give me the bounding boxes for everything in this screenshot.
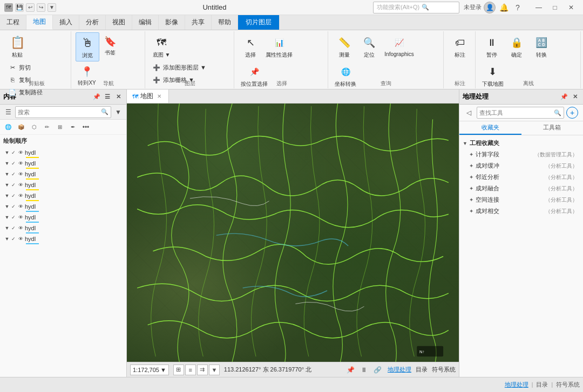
tab-insert[interactable]: 插入 — [53, 15, 79, 30]
layer-icon-6[interactable]: ✒ — [67, 121, 79, 133]
notification-icon[interactable]: 🔔 — [498, 2, 510, 13]
layer-item[interactable]: ▼ ✓ 👁 hydl — [0, 148, 126, 157]
maximize-button[interactable]: □ — [547, 2, 562, 13]
right-search-icon[interactable]: 🔍 — [554, 109, 561, 116]
undo-icon[interactable]: ↩ — [26, 3, 35, 12]
map-canvas[interactable]: N↑ — [127, 104, 459, 362]
layer-item[interactable]: ▼ ✓ 👁 hydl — [0, 159, 126, 168]
nav-btn-dropdown[interactable]: ▼ — [209, 365, 220, 375]
label-button[interactable]: 🏷 标注 — [448, 32, 472, 60]
status-geo-processing[interactable]: 地理处理 — [505, 381, 528, 389]
geo-processing-link[interactable]: 地理处理 — [388, 366, 411, 374]
scale-selector[interactable]: 1:172,705 ▼ — [130, 365, 169, 375]
layer-check-icon[interactable]: ✓ — [11, 182, 16, 188]
layer-item[interactable]: ▼ ✓ 👁 hydl — [0, 191, 126, 200]
layer-check-icon[interactable]: ✓ — [11, 236, 16, 242]
layer-expand-icon[interactable]: ▼ — [4, 150, 10, 155]
nav-btn-2[interactable]: ≡ — [185, 365, 196, 375]
copy-path-button[interactable]: 📄 复制路径 — [5, 86, 45, 98]
minimize-button[interactable]: — — [531, 2, 546, 13]
section-project-favorites[interactable]: ▼ 工程收藏夹 — [462, 137, 581, 149]
help-icon[interactable]: ? — [512, 2, 524, 13]
layer-expand-icon[interactable]: ▼ — [4, 204, 10, 209]
add-favorite-button[interactable]: + — [566, 107, 578, 119]
layer-check-icon[interactable]: ✓ — [11, 193, 16, 198]
tool-item[interactable]: ✦ 成对相交 （分析工具） — [462, 205, 581, 217]
layer-more-button[interactable]: ••• — [80, 121, 92, 133]
map-tab-close-button[interactable]: ✕ — [155, 93, 163, 100]
map-action-pin[interactable]: 📌 — [344, 364, 356, 376]
infographics-button[interactable]: 📈 Infographics — [382, 32, 416, 59]
layer-item[interactable]: ▼ ✓ 👁 hydl — [0, 170, 126, 178]
layer-item[interactable]: ▼ ✓ 👁 hydl — [0, 202, 126, 211]
layer-item[interactable]: ▼ ✓ 👁 hydl — [0, 224, 126, 232]
browse-button[interactable]: 🖱 浏览 — [76, 32, 99, 61]
layer-icon-2[interactable]: 📦 — [15, 121, 27, 133]
nav-btn-1[interactable]: ⊞ — [173, 365, 184, 375]
catalog-link[interactable]: 目录 — [416, 366, 428, 374]
tool-item[interactable]: ✦ 邻近分析 （分析工具） — [462, 171, 581, 183]
layer-expand-icon[interactable]: ▼ — [4, 193, 10, 198]
layer-icon-4[interactable]: ✏ — [41, 121, 53, 133]
layer-item[interactable]: ▼ ✓ 👁 hydl — [0, 213, 126, 222]
bookmark-button[interactable]: 🔖 书签 — [100, 32, 120, 58]
map-tab[interactable]: 🗺 地图 ✕ — [127, 90, 169, 103]
locate-button[interactable]: 🔍 定位 — [357, 32, 381, 60]
layer-expand-icon[interactable]: ▼ — [4, 171, 10, 177]
nav-btn-3[interactable]: ⇉ — [197, 365, 208, 375]
paste-button[interactable]: 📋 粘贴 — [5, 32, 29, 60]
layer-icon-3[interactable]: ⬡ — [28, 121, 40, 133]
back-icon[interactable]: ◁ — [463, 107, 474, 119]
tab-favorites[interactable]: 收藏夹 — [459, 121, 521, 135]
layer-check-icon[interactable]: ✓ — [11, 161, 16, 166]
layer-check-icon[interactable]: ✓ — [11, 225, 16, 231]
tab-map[interactable]: 地图 — [26, 15, 53, 30]
close-button[interactable]: ✕ — [564, 2, 579, 13]
confirm-button[interactable]: 🔒 确定 — [505, 32, 528, 60]
status-catalog[interactable]: 目录 — [536, 381, 548, 389]
layer-expand-icon[interactable]: ▼ — [4, 161, 10, 166]
tab-project[interactable]: 工程 — [0, 15, 26, 30]
pause-button[interactable]: ⏸ 暂停 — [480, 32, 504, 60]
tool-item[interactable]: ✦ 成对缓冲 （分析工具） — [462, 160, 581, 171]
layer-expand-icon[interactable]: ▼ — [4, 215, 10, 220]
global-search[interactable]: 功能搜索(Alt+Q) 🔍 — [373, 2, 459, 13]
tab-edit[interactable]: 编辑 — [132, 15, 159, 30]
select-button[interactable]: ↖ 选择 — [239, 32, 262, 60]
cut-button[interactable]: ✂ 剪切 — [5, 61, 45, 73]
tool-item[interactable]: ✦ 成对融合 （分析工具） — [462, 183, 581, 194]
status-symbol-system[interactable]: 符号系统 — [556, 381, 580, 389]
tab-toolbox[interactable]: 工具箱 — [521, 121, 584, 135]
attr-select-button[interactable]: 📊 属性性选择 — [263, 32, 295, 60]
map-action-pause[interactable]: ⏸ — [358, 364, 370, 376]
layer-item[interactable]: ▼ ✓ 👁 hydl — [0, 181, 126, 189]
layer-expand-icon[interactable]: ▼ — [4, 225, 10, 231]
layer-icon-1[interactable]: 🌐 — [2, 121, 14, 133]
layer-expand-icon[interactable]: ▼ — [4, 182, 10, 188]
dropdown-icon[interactable]: ▼ — [48, 3, 56, 12]
tab-analysis[interactable]: 分析 — [79, 15, 106, 30]
redo-icon[interactable]: ↪ — [37, 3, 45, 12]
tab-imagery[interactable]: 影像 — [159, 15, 185, 30]
layer-check-icon[interactable]: ✓ — [11, 215, 16, 220]
layer-icon-5[interactable]: ⊞ — [54, 121, 66, 133]
layer-item[interactable]: ▼ ✓ 👁 hydl — [0, 235, 126, 243]
tab-view[interactable]: 视图 — [106, 15, 132, 30]
tab-help[interactable]: 帮助 — [212, 15, 238, 30]
tab-share[interactable]: 共享 — [185, 15, 212, 30]
layer-check-icon[interactable]: ✓ — [11, 204, 16, 209]
right-search-box[interactable]: 🔍 — [477, 107, 564, 119]
layer-check-icon[interactable]: ✓ — [11, 150, 16, 155]
tool-item[interactable]: ✦ 空间连接 （分析工具） — [462, 194, 581, 205]
layer-search-icon[interactable]: 🔍 — [101, 108, 109, 115]
map-action-link[interactable]: 🔗 — [371, 364, 383, 376]
tool-item[interactable]: ✦ 计算字段 （数据管理工具） — [462, 149, 581, 160]
basemap-button[interactable]: 🗺 底图 ▼ — [150, 32, 173, 60]
layer-check-icon[interactable]: ✓ — [11, 171, 16, 177]
symbol-system-link[interactable]: 符号系统 — [432, 366, 456, 374]
add-graphic-button[interactable]: ➕ 添加图形图层 ▼ — [150, 61, 208, 73]
measure-button[interactable]: 📏 测量 — [333, 32, 356, 60]
convert-button[interactable]: 🔠 转换 — [530, 32, 553, 60]
save-icon[interactable]: 💾 — [15, 3, 24, 12]
panel-options-button[interactable]: ▼ — [112, 106, 124, 118]
